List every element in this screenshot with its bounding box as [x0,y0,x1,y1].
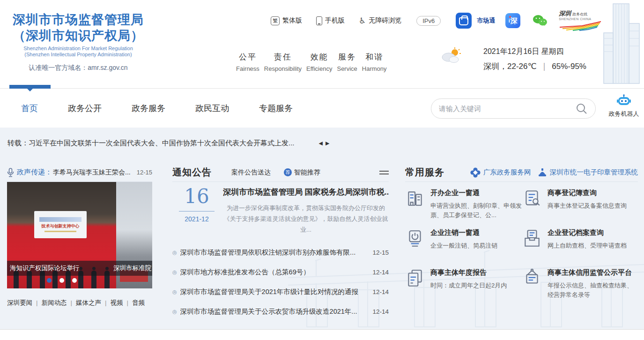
main-nav: 首页 政务公开 政务服务 政民互动 专题服务 政务机器人 [0,88,644,128]
featured-notice-excerpt: 为进一步深化商事制度改革，贯彻落实国务院办公厅印发的《关于支持多渠道灵活就业的意… [223,203,389,235]
search-icon[interactable] [576,103,588,115]
case-announcement-link[interactable]: 案件公告送达 [231,168,271,177]
traditional-version-link[interactable]: 繁 繁体版 [271,16,302,25]
hanging-sign-icon [522,268,542,288]
notice-item[interactable]: 深圳市市场监督管理局依职权注销深圳市别亦难服饰有限... 12-15 [172,242,389,262]
services-column: 常用服务 广东政务服务网 [405,169,638,308]
gov-robot-button[interactable]: 政务机器人 [607,94,640,118]
value-service: 服务Service [337,52,357,72]
search-input[interactable] [439,105,576,113]
wechat-icon[interactable] [533,14,548,27]
site-search[interactable] [431,98,596,119]
photo-stage-banner: 技术与创新支持中心 [34,211,87,238]
carousel-dot-2[interactable] [59,278,64,283]
nav-interaction[interactable]: 政民互动 [195,103,229,114]
header: 深圳市市场监督管理局 （深圳市知识产权局） Shenzhen Administr… [0,0,644,88]
i-shenzhen-app-icon[interactable]: ii深深 [505,13,520,28]
ipv6-badge: IPv6 [416,16,441,26]
eseal-system-link[interactable]: 深圳市统一电子印章管理系统 [538,168,638,177]
value-fairness: 公平Fairness [236,52,259,72]
news-column: 政声传递： 李希马兴瑞李玉妹王荣会... 12-15 技术与创新支持中心 海知识… [7,169,152,307]
mobile-label: 手机版 [325,16,345,25]
link-video[interactable]: 视频 [101,299,123,307]
active-tab-indicator [9,85,51,89]
traditional-icon: 繁 [271,16,280,25]
more-icon[interactable] [379,169,389,176]
official-domain-note: 认准唯一官方域名：amr.sz.gov.cn [13,64,144,72]
value-harmony: 和谐Harmony [362,52,387,72]
services-title: 常用服务 [405,166,444,179]
nav-gov-disclosure[interactable]: 政务公开 [68,103,102,114]
smart-recommend-link[interactable]: 荐 智能推荐 [284,168,320,177]
carousel-dots [7,278,116,283]
card-credit-platform[interactable]: 商事主体信用监管公示平台年报公示信息、抽查检查结果、经营异常名录等 [522,268,638,308]
card-archive-query[interactable]: 企业登记档案查询网上自助查档、受理申请查档 [522,228,638,268]
logo-title-en-2: (Shenzhen Intellectual Property Administ… [13,52,144,58]
robot-label: 政务机器人 [607,110,640,118]
news-ticker: 转载：习近平在中国文联第十一次全国代表大会、中国作协第十次全国代表大会开幕式上发… [7,139,329,148]
weather-city-temp: 深圳，22-26℃ [483,62,537,71]
ticker-next-icon[interactable]: ▶ [326,140,329,146]
news-carousel[interactable]: 技术与创新支持中心 海知识产权国际论坛举行 深圳市标准院 [7,182,152,288]
logo-title-cn-2: （深圳市知识产权局） [13,28,144,44]
voice-news-row[interactable]: 政声传递： 李希马兴瑞李玉妹王荣会... 12-15 [7,169,152,182]
logo-title-en-1: Shenzhen Administration For Market Regul… [13,45,144,52]
recommend-badge-icon: 荐 [284,168,292,176]
card-annual-report[interactable]: 商事主体年度报告时间：成立周年之日起2月内 [405,268,522,308]
seal-stamp-icon [538,168,547,177]
market-app-link[interactable]: 市场通 [456,13,495,29]
ticker-prev-icon[interactable]: ◀ [319,140,323,146]
accessibility-link[interactable]: ♿ 无障碍浏览 [359,16,401,25]
page: 深圳市市场监督管理局 （深圳市知识产权局） Shenzhen Administr… [0,0,644,340]
robot-icon [616,94,632,108]
news-category-links: 深圳要闻 新闻动态 媒体之声 视频 音频 [7,299,152,307]
company-building-icon [405,189,425,208]
archive-tray-icon [522,228,542,248]
pinwheel-icon [470,167,481,178]
guangdong-service-link[interactable]: 广东政务服务网 [470,167,531,178]
microphone-icon [7,168,14,177]
link-shenzhen-news[interactable]: 深圳要闻 [7,299,32,307]
carousel-next-caption: 深圳市标准院 [113,264,151,272]
ticker-text[interactable]: 转载：习近平在中国文联第十一次全国代表大会、中国作协第十次全国代表大会开幕式上发… [7,139,295,148]
weather-icon [439,47,463,66]
card-open-business[interactable]: 开办企业一窗通申请营业执照、刻制印章、申领发票、员工参保登记、公... [405,189,522,228]
notice-item[interactable]: 深圳市地方标准批准发布公告（总第69号） 12-14 [172,262,389,282]
shenzhen-china-logo[interactable]: 深圳政务在线 SHENZHEN CHINA [559,10,602,31]
card-deregistration[interactable]: 企业注销一窗通企业一般注销、简易注销 [405,228,522,268]
link-media-voice[interactable]: 媒体之声 [67,299,102,307]
carousel-caption-bar: 海知识产权国际论坛举行 深圳市标准院 [7,261,152,276]
link-audio[interactable]: 音频 [123,299,145,307]
values-banner: 公平Fairness 责任Responsibility 效能Efficiency… [236,52,387,72]
wheelchair-icon: ♿ [359,17,366,25]
mobile-version-link[interactable]: 手机版 [316,16,345,25]
service-cards: 开办企业一窗通申请营业执照、刻制印章、申领发票、员工参保登记、公... 商事登记… [405,189,638,308]
card-registry-query[interactable]: 商事登记簿查询商事主体登记及备案信息查询 [522,189,638,228]
weather-date: 2021年12月16日 星期四 [483,47,586,57]
carousel-dot-1[interactable] [47,278,52,283]
notice-item[interactable]: 深圳市市场监督管理局关于2021年市级计量比对情况的通报 12-14 [172,282,389,302]
rainbow-swoosh [559,21,602,31]
notices-column: 通知公告 案件公告送达 荐 智能推荐 16 2021-12 深圳市市场监督管理局… [172,169,389,321]
notice-item[interactable]: 深圳市市场监督管理局关于公示农贸市场升级改造2021年... 12-14 [172,302,389,321]
nav-home[interactable]: 首页 [21,103,38,114]
featured-notice[interactable]: 16 2021-12 深圳市市场监督管理局 国家税务总局深圳市税... 为进一步… [172,187,389,235]
voice-news-label: 政声传递： [17,168,52,177]
traditional-label: 繁体版 [282,16,302,25]
phone-icon [316,16,322,25]
site-logo[interactable]: 深圳市市场监督管理局 （深圳市知识产权局） Shenzhen Administr… [13,12,144,72]
main-content: 转载：习近平在中国文联第十一次全国代表大会、中国作协第十次全国代表大会开幕式上发… [0,128,644,329]
link-news-updates[interactable]: 新闻动态 [32,299,67,307]
nav-special-services[interactable]: 专题服务 [259,103,293,114]
voice-news-title: 李希马兴瑞李玉妹王荣会... [53,168,131,177]
featured-date: 16 2021-12 [179,187,215,235]
building-illustration [597,0,644,87]
accessibility-label: 无障碍浏览 [369,16,401,25]
carousel-dot-3[interactable] [72,278,77,283]
notice-list: 深圳市市场监督管理局依职权注销深圳市别亦难服饰有限... 12-15 深圳市地方… [172,242,389,321]
logo-title-cn-1: 深圳市市场监督管理局 [13,12,144,28]
market-app-label: 市场通 [477,16,495,25]
featured-notice-title[interactable]: 深圳市市场监督管理局 国家税务总局深圳市税... [223,187,389,197]
nav-gov-services[interactable]: 政务服务 [132,103,165,114]
utility-bar: 繁 繁体版 手机版 ♿ 无障碍浏览 IPv6 市场通 ii深深 [271,13,602,28]
